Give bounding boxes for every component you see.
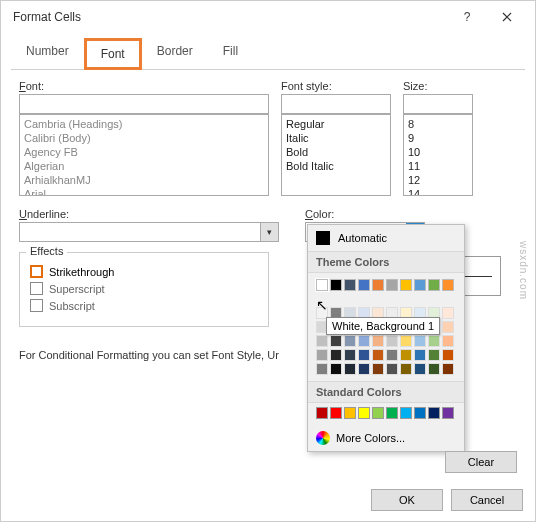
ok-button[interactable]: OK	[371, 489, 443, 511]
font-style-input[interactable]	[281, 94, 391, 114]
color-swatch[interactable]	[344, 363, 356, 375]
list-item[interactable]: Agency FB	[24, 145, 264, 159]
color-swatch[interactable]	[442, 321, 454, 333]
automatic-option[interactable]: Automatic	[308, 225, 464, 251]
format-cells-dialog: Format Cells ? Number Font Border Fill F…	[0, 0, 536, 522]
color-swatch[interactable]	[442, 363, 454, 375]
color-swatch[interactable]	[386, 279, 398, 291]
list-item[interactable]: 12	[408, 173, 468, 187]
color-swatch[interactable]	[316, 335, 328, 347]
color-swatch[interactable]	[344, 335, 356, 347]
tab-font[interactable]: Font	[84, 38, 142, 70]
color-swatch[interactable]	[442, 335, 454, 347]
color-swatch[interactable]	[372, 363, 384, 375]
color-swatch[interactable]	[358, 407, 370, 419]
color-swatch[interactable]	[442, 349, 454, 361]
superscript-checkbox[interactable]: Superscript	[30, 282, 258, 295]
list-item[interactable]: Bold	[286, 145, 386, 159]
color-swatch[interactable]	[428, 349, 440, 361]
cancel-button[interactable]: Cancel	[451, 489, 523, 511]
font-style-label: Font style:	[281, 80, 391, 92]
underline-label: Underline:	[19, 208, 279, 220]
color-swatch[interactable]	[400, 279, 412, 291]
close-icon	[502, 12, 512, 22]
help-button[interactable]: ?	[447, 3, 487, 31]
size-list[interactable]: 8 9 10 11 12 14	[403, 114, 473, 196]
font-list[interactable]: Cambria (Headings) Calibri (Body) Agency…	[19, 114, 269, 196]
list-item[interactable]: Bold Italic	[286, 159, 386, 173]
color-swatch[interactable]	[330, 335, 342, 347]
list-item[interactable]: 14	[408, 187, 468, 196]
checkbox-icon	[30, 265, 43, 278]
list-item[interactable]: 8	[408, 117, 468, 131]
color-swatch[interactable]	[442, 279, 454, 291]
color-swatch[interactable]	[316, 363, 328, 375]
color-swatch[interactable]	[400, 335, 412, 347]
tab-fill[interactable]: Fill	[208, 37, 253, 69]
color-swatch[interactable]	[428, 279, 440, 291]
color-swatch[interactable]	[400, 407, 412, 419]
color-swatch[interactable]	[358, 349, 370, 361]
chevron-down-icon[interactable]: ▾	[260, 223, 278, 241]
checkbox-icon	[30, 299, 43, 312]
list-item[interactable]: Calibri (Body)	[24, 131, 264, 145]
color-swatch[interactable]	[344, 279, 356, 291]
color-swatch[interactable]	[414, 279, 426, 291]
color-swatch[interactable]	[372, 349, 384, 361]
color-swatch[interactable]	[330, 407, 342, 419]
color-swatch[interactable]	[442, 307, 454, 319]
underline-combo[interactable]: ▾	[19, 222, 279, 242]
close-button[interactable]	[487, 3, 527, 31]
color-swatch[interactable]	[358, 335, 370, 347]
strikethrough-checkbox[interactable]: Strikethrough	[30, 265, 258, 278]
list-item[interactable]: Regular	[286, 117, 386, 131]
size-input[interactable]	[403, 94, 473, 114]
color-swatch[interactable]	[414, 363, 426, 375]
subscript-checkbox[interactable]: Subscript	[30, 299, 258, 312]
font-style-list[interactable]: Regular Italic Bold Bold Italic	[281, 114, 391, 196]
color-label: Color:	[305, 208, 425, 220]
color-swatch[interactable]	[316, 279, 328, 291]
color-swatch[interactable]	[400, 363, 412, 375]
color-swatch[interactable]	[344, 349, 356, 361]
standard-colors-label: Standard Colors	[308, 381, 464, 403]
color-swatch[interactable]	[428, 335, 440, 347]
color-swatch[interactable]	[372, 279, 384, 291]
list-item[interactable]: ArhialkhanMJ	[24, 173, 264, 187]
tab-border[interactable]: Border	[142, 37, 208, 69]
color-swatch[interactable]	[414, 349, 426, 361]
color-swatch[interactable]	[358, 363, 370, 375]
color-swatch[interactable]	[386, 363, 398, 375]
color-swatch[interactable]	[330, 279, 342, 291]
more-colors-option[interactable]: More Colors...	[308, 425, 464, 451]
font-input[interactable]	[19, 94, 269, 114]
color-swatch[interactable]	[372, 407, 384, 419]
color-swatch[interactable]	[414, 407, 426, 419]
color-swatch[interactable]	[386, 407, 398, 419]
color-swatch[interactable]	[400, 349, 412, 361]
color-swatch[interactable]	[386, 349, 398, 361]
color-swatch[interactable]	[316, 407, 328, 419]
color-swatch[interactable]	[428, 407, 440, 419]
color-wheel-icon	[316, 431, 330, 445]
color-swatch[interactable]	[330, 349, 342, 361]
list-item[interactable]: Cambria (Headings)	[24, 117, 264, 131]
color-swatch	[316, 231, 330, 245]
color-swatch[interactable]	[442, 407, 454, 419]
list-item[interactable]: 9	[408, 131, 468, 145]
list-item[interactable]: 11	[408, 159, 468, 173]
color-swatch[interactable]	[428, 363, 440, 375]
clear-button[interactable]: Clear	[445, 451, 517, 473]
list-item[interactable]: 10	[408, 145, 468, 159]
color-swatch[interactable]	[358, 279, 370, 291]
tab-number[interactable]: Number	[11, 37, 84, 69]
color-swatch[interactable]	[386, 335, 398, 347]
list-item[interactable]: Italic	[286, 131, 386, 145]
color-swatch[interactable]	[316, 349, 328, 361]
color-swatch[interactable]	[344, 407, 356, 419]
list-item[interactable]: Algerian	[24, 159, 264, 173]
color-swatch[interactable]	[372, 335, 384, 347]
list-item[interactable]: Arial	[24, 187, 264, 196]
color-swatch[interactable]	[414, 335, 426, 347]
color-swatch[interactable]	[330, 363, 342, 375]
